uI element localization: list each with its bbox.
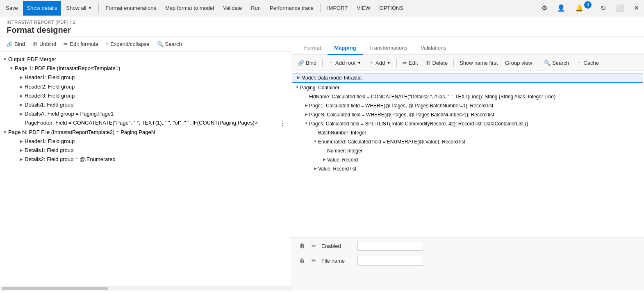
cache-button[interactable]: ＋ Cache [573, 57, 602, 68]
tree-item-header3[interactable]: ▶ Header3: Field group [0, 91, 291, 100]
model-item-value-record[interactable]: ▶ Value: Record [291, 155, 644, 164]
tab-transformations[interactable]: Transformations [363, 41, 414, 55]
filename-input[interactable] [357, 256, 423, 266]
save-button[interactable]: Save [2, 1, 22, 16]
enabled-input[interactable] [357, 241, 423, 251]
more-options-btn[interactable]: ⋮ [278, 119, 287, 127]
bind-icon: 🔗 [7, 41, 13, 47]
toggle-header1[interactable]: ▶ [18, 74, 25, 80]
filename-edit-btn[interactable]: ✏ [310, 257, 318, 265]
user-icon-btn[interactable]: 👤 [554, 2, 569, 14]
left-search-button[interactable]: 🔍 Search [154, 39, 185, 49]
group-view-button[interactable]: Group view [502, 58, 535, 68]
right-bind-button[interactable]: 🔗 Bind [294, 58, 320, 68]
toggle-details2[interactable]: ▶ [18, 156, 25, 162]
model-item-enumerated[interactable]: ▼ Enumerated: Calculated field = ENUMERA… [291, 137, 644, 146]
add-root-button[interactable]: ＋ Add root ▼ [325, 57, 364, 68]
add-button[interactable]: ＋ Add ▼ [365, 57, 394, 68]
filename-delete-btn[interactable]: 🗑 [298, 257, 307, 265]
toggle-detailsA[interactable]: ▶ [18, 110, 25, 117]
page-title: Format designer [7, 25, 637, 35]
model-toggle-value-record[interactable]: ▶ [321, 156, 327, 163]
delete-button[interactable]: 🗑 Delete [422, 58, 451, 68]
tree-item-details2[interactable]: ▶ Details2: Field group = @.Enumerated [0, 155, 291, 164]
tab-bar: Format Mapping Transformations Validatio… [291, 37, 644, 55]
expand-collapse-button[interactable]: ≡ Expand/collapse [102, 39, 153, 49]
left-toolbar: 🔗 Bind 🗑 Unbind ✏ Edit formula ≡ Expand/… [0, 37, 291, 52]
tab-format[interactable]: Format [298, 41, 328, 55]
model-item-fldname[interactable]: ▶ FldName: Calculated field = CONCATENAT… [291, 92, 644, 101]
right-search-button[interactable]: 🔍 Search [541, 58, 572, 68]
search-icon: 🔍 [157, 41, 164, 47]
toggle-details1b[interactable]: ▶ [18, 147, 25, 153]
model-toggle-page1calc[interactable]: ▶ [303, 102, 309, 109]
model-toggle-value-list[interactable]: ▶ [312, 165, 318, 172]
model-item-batchnumber[interactable]: ▶ BatchNumber: Integer [291, 128, 644, 137]
tree-item-header1b[interactable]: ▶ Header1: Field group [0, 137, 291, 146]
add-root-chevron: ▼ [357, 61, 361, 65]
model-item-paging[interactable]: ▼ Paging: Container [291, 83, 644, 92]
model-item-value-list[interactable]: ▶ Value: Record list [291, 164, 644, 173]
close-icon-btn[interactable]: ✕ [630, 2, 642, 14]
options-button[interactable]: OPTIONS [375, 1, 408, 16]
label-pageFooter: PageFooter: Field = CONCATENATE("Page", … [25, 119, 262, 127]
tree-item-detailsA[interactable]: ▶ DetailsA: Field group = Paging.Page1 [0, 109, 291, 118]
model-toggle-model[interactable]: ▶ [296, 74, 301, 81]
edit-icon: ✏ [403, 60, 407, 66]
validate-button[interactable]: Validate [219, 1, 246, 16]
run-button[interactable]: Run [247, 1, 265, 16]
toggle-output[interactable]: ▼ [2, 56, 8, 62]
maximize-icon-btn[interactable]: ⬜ [612, 2, 627, 14]
tab-validations[interactable]: Validations [414, 41, 453, 55]
rt-sep3 [453, 59, 454, 67]
import-button[interactable]: IMPORT [323, 1, 352, 16]
toggle-pageN[interactable]: ▼ [2, 129, 8, 135]
edit-button[interactable]: ✏ Edit [399, 58, 421, 68]
settings-icon-btn[interactable]: ⚙ [538, 2, 551, 14]
model-item-pageNcalc[interactable]: ▶ PageN: Calculated field = WHERE(@.Page… [291, 110, 644, 119]
hscroll-thumb[interactable] [2, 287, 108, 290]
enabled-delete-btn[interactable]: 🗑 [298, 242, 307, 250]
left-hscrollbar[interactable] [0, 286, 291, 291]
tree-item-pageN[interactable]: ▼ Page N: PDF File (IntrastatReportTempl… [0, 128, 291, 137]
map-format-to-model-button[interactable]: Map format to model [161, 1, 218, 16]
view-button[interactable]: VIEW [353, 1, 374, 16]
model-label-value-record: Value: Record [327, 156, 642, 164]
tree-item-pageFooter[interactable]: ▶ PageFooter: Field = CONCATENATE("Page"… [0, 118, 291, 127]
performance-trace-button[interactable]: Performance trace [266, 1, 318, 16]
model-item-page1calc[interactable]: ▶ Page1: Calculated field = WHERE(@.Page… [291, 101, 644, 110]
filename-label: File name [321, 258, 354, 264]
model-item-model[interactable]: ▶ Model: Data model Intrastat [292, 73, 643, 83]
toggle-header2[interactable]: ▶ [18, 83, 25, 90]
enabled-edit-btn[interactable]: ✏ [310, 242, 318, 250]
toggle-header3[interactable]: ▶ [18, 92, 25, 99]
model-toggle-enumerated[interactable]: ▼ [312, 138, 318, 145]
tree-item-header2[interactable]: ▶ Header2: Field group [0, 82, 291, 91]
toggle-header1b[interactable]: ▶ [18, 138, 25, 144]
model-toggle-paging[interactable]: ▼ [294, 84, 300, 91]
toggle-page1[interactable]: ▼ [8, 65, 15, 71]
tree-item-output[interactable]: ▼ Output: PDF Merger [0, 55, 291, 64]
edit-formula-button[interactable]: ✏ Edit formula [60, 39, 101, 49]
model-item-number[interactable]: ▶ Number: Integer [291, 146, 644, 155]
expand-icon: ≡ [106, 41, 109, 47]
tree-item-header1[interactable]: ▶ Header1: Field group [0, 73, 291, 82]
show-all-button[interactable]: Show all ▼ [62, 1, 96, 16]
format-enumerations-button[interactable]: Format enumerations [101, 1, 160, 16]
model-item-pages[interactable]: ▼ Pages: Calculated field = SPLITLIST(To… [291, 119, 644, 128]
tree-item-details1[interactable]: ▶ Details1: Field group [0, 100, 291, 109]
tab-mapping[interactable]: Mapping [328, 41, 362, 55]
model-toggle-pages[interactable]: ▼ [303, 120, 309, 127]
bind-button[interactable]: 🔗 Bind [3, 39, 28, 49]
tree-item-page1[interactable]: ▼ Page 1: PDF File (IntrastatReportTempl… [0, 64, 291, 73]
tree-item-details1b[interactable]: ▶ Details1: Field group [0, 146, 291, 155]
toolbar-right-actions: ⚙ 👤 🔔 0 ↻ ⬜ ✕ [538, 2, 642, 14]
refresh-icon-btn[interactable]: ↻ [597, 2, 609, 14]
unbind-button[interactable]: 🗑 Unbind [29, 39, 59, 49]
show-details-button[interactable]: Show details [23, 1, 61, 16]
show-name-first-button[interactable]: Show name first [456, 58, 501, 68]
cache-icon: ＋ [576, 59, 582, 66]
toggle-details1[interactable]: ▶ [18, 101, 25, 108]
model-toggle-pageNcalc[interactable]: ▶ [303, 111, 309, 118]
filename-field-row: 🗑 ✏ File name [298, 256, 637, 266]
